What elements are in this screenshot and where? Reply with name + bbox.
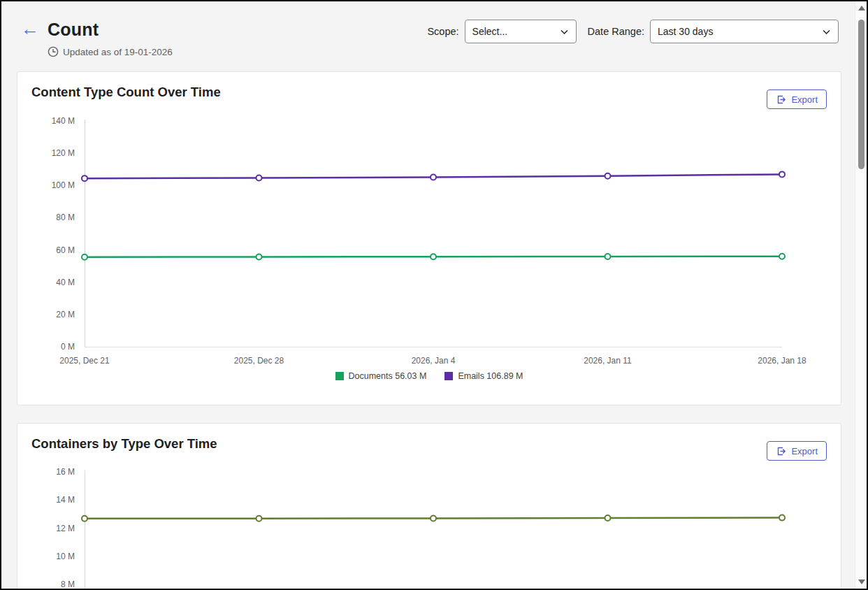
- svg-text:60 M: 60 M: [56, 245, 75, 255]
- content-type-line-chart: 0 M20 M40 M60 M80 M100 M120 M140 M2025, …: [17, 103, 842, 373]
- updated-text: Updated as of 19-01-2026: [63, 47, 173, 57]
- clock-icon: [48, 46, 59, 57]
- legend-item: Documents 56.03 M: [335, 371, 427, 381]
- scope-select[interactable]: Select...: [465, 20, 577, 43]
- count-dashboard-page: { "header": { "title": "Count", "updated…: [0, 0, 868, 590]
- containers-line-chart: 16 M14 M12 M10 M8 M: [17, 455, 842, 590]
- header-controls: Scope: Select... Date Range: Last 30 day…: [427, 20, 839, 43]
- chevron-down-icon: [822, 27, 831, 36]
- svg-text:2026, Jan 4: 2026, Jan 4: [412, 356, 456, 366]
- containers-by-type-card: Containers by Type Over Time Export 16 M…: [17, 423, 841, 590]
- scope-label: Scope:: [427, 26, 458, 37]
- svg-text:0 M: 0 M: [61, 342, 75, 352]
- date-range-select-value: Last 30 days: [658, 26, 713, 37]
- svg-text:80 M: 80 M: [56, 213, 75, 222]
- vertical-scrollbar[interactable]: [855, 1, 867, 589]
- svg-text:100 M: 100 M: [52, 180, 75, 190]
- date-range-control: Date Range: Last 30 days: [588, 20, 839, 43]
- svg-text:10 M: 10 M: [56, 552, 75, 561]
- svg-text:20 M: 20 M: [56, 310, 75, 319]
- scrollbar-up-arrow-icon[interactable]: [858, 6, 865, 10]
- svg-text:140 M: 140 M: [52, 116, 75, 126]
- svg-text:2026, Jan 18: 2026, Jan 18: [758, 356, 806, 366]
- page-title: Count: [48, 20, 99, 40]
- updated-status: Updated as of 19-01-2026: [48, 46, 173, 57]
- svg-text:12 M: 12 M: [56, 524, 75, 533]
- chevron-down-icon: [560, 27, 569, 36]
- svg-text:2025, Dec 21: 2025, Dec 21: [59, 356, 110, 366]
- legend-label: Emails 106.89 M: [458, 371, 523, 381]
- svg-text:14 M: 14 M: [56, 495, 75, 505]
- scrollbar-thumb[interactable]: [858, 20, 865, 169]
- svg-text:16 M: 16 M: [56, 467, 75, 477]
- scope-select-value: Select...: [472, 26, 508, 37]
- card-title: Containers by Type Over Time: [31, 436, 217, 452]
- legend-label: Documents 56.03 M: [349, 371, 427, 381]
- scrollbar-down-arrow-icon[interactable]: [858, 580, 865, 584]
- svg-text:120 M: 120 M: [52, 148, 75, 158]
- content-type-count-card: Content Type Count Over Time Export 0 M2…: [17, 71, 841, 405]
- scope-control: Scope: Select...: [427, 20, 576, 43]
- legend-swatch: [444, 372, 453, 380]
- back-arrow-icon[interactable]: ←: [21, 20, 39, 38]
- legend-item: Emails 106.89 M: [444, 371, 523, 381]
- card-title: Content Type Count Over Time: [31, 85, 221, 100]
- chart-legend: Documents 56.03 MEmails 106.89 M: [17, 371, 841, 381]
- svg-text:2026, Jan 11: 2026, Jan 11: [584, 356, 632, 366]
- svg-text:40 M: 40 M: [56, 278, 75, 287]
- date-range-select[interactable]: Last 30 days: [650, 20, 839, 43]
- legend-swatch: [335, 372, 344, 380]
- svg-text:8 M: 8 M: [61, 580, 75, 589]
- date-range-label: Date Range:: [588, 26, 644, 37]
- svg-text:2025, Dec 28: 2025, Dec 28: [234, 356, 284, 366]
